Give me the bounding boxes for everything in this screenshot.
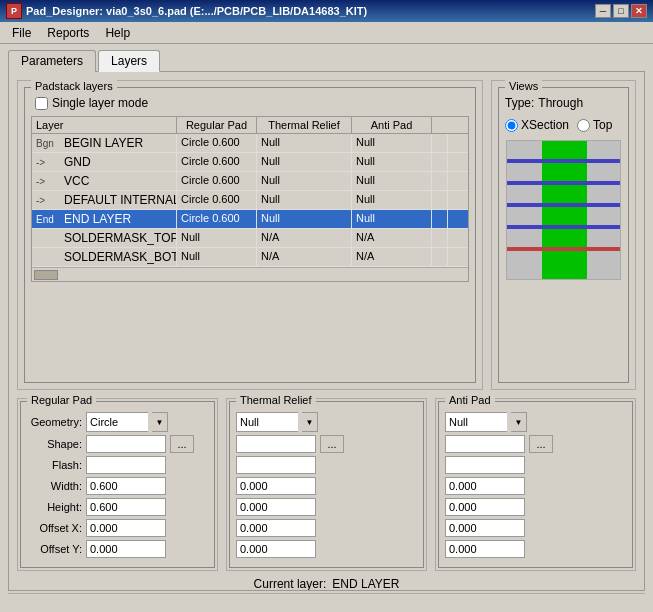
maximize-button[interactable]: □ bbox=[613, 4, 629, 18]
cell-scroll bbox=[432, 153, 448, 171]
top-label: Top bbox=[593, 118, 612, 132]
width-input[interactable] bbox=[86, 477, 166, 495]
menu-file[interactable]: File bbox=[4, 24, 39, 42]
height-input[interactable] bbox=[86, 498, 166, 516]
offsetx-input[interactable] bbox=[86, 519, 166, 537]
cell-anti-pad: N/A bbox=[352, 248, 432, 266]
cell-layer: BgnBEGIN LAYER bbox=[32, 134, 177, 152]
anti-pad-panel: Anti Pad ▼ ... bbox=[435, 398, 636, 571]
xs-line-top bbox=[507, 159, 621, 163]
single-layer-label: Single layer mode bbox=[52, 96, 148, 110]
anti-pad-title: Anti Pad bbox=[445, 394, 495, 406]
table-row[interactable]: SOLDERMASK_BOTTOM Null N/A N/A bbox=[32, 248, 468, 267]
col-thermal-relief: Thermal Relief bbox=[257, 117, 352, 133]
tr-shape-row: ... bbox=[236, 435, 417, 453]
shape-row: Shape: ... bbox=[27, 435, 208, 453]
radio-top[interactable]: Top bbox=[577, 118, 612, 132]
flash-row: Flash: bbox=[27, 456, 208, 474]
xsection-view bbox=[506, 140, 621, 280]
cell-layer: SOLDERMASK_TOP bbox=[32, 229, 177, 247]
close-button[interactable]: ✕ bbox=[631, 4, 647, 18]
minimize-button[interactable]: ─ bbox=[595, 4, 611, 18]
xs-line-2 bbox=[507, 181, 621, 185]
geometry-input[interactable] bbox=[86, 412, 148, 432]
tr-geometry-input[interactable] bbox=[236, 412, 298, 432]
views-radio-row: XSection Top bbox=[505, 118, 622, 132]
cell-layer: ->GND bbox=[32, 153, 177, 171]
cell-scroll bbox=[432, 229, 448, 247]
ap-geometry-input[interactable] bbox=[445, 412, 507, 432]
title-bar: P Pad_Designer: via0_3s0_6.pad (E:.../PC… bbox=[0, 0, 653, 22]
cell-regular-pad: Circle 0.600 bbox=[177, 210, 257, 228]
table-row[interactable]: EndEND LAYER Circle 0.600 Null Null bbox=[32, 210, 468, 229]
menu-reports[interactable]: Reports bbox=[39, 24, 97, 42]
width-row: Width: bbox=[27, 477, 208, 495]
ap-offsety-input[interactable] bbox=[445, 540, 525, 558]
cell-anti-pad: Null bbox=[352, 153, 432, 171]
ap-offsetx-input[interactable] bbox=[445, 519, 525, 537]
radio-xsection[interactable]: XSection bbox=[505, 118, 569, 132]
ap-geometry-row: ▼ bbox=[445, 412, 626, 432]
cell-regular-pad: Circle 0.600 bbox=[177, 191, 257, 209]
padstack-layers-title: Padstack layers bbox=[31, 80, 117, 92]
cell-anti-pad: Null bbox=[352, 134, 432, 152]
xs-line-bottom bbox=[507, 247, 621, 251]
ap-dots-button[interactable]: ... bbox=[529, 435, 553, 453]
menu-help[interactable]: Help bbox=[97, 24, 138, 42]
tr-flash-input[interactable] bbox=[236, 456, 316, 474]
table-header: Layer Regular Pad Thermal Relief Anti Pa… bbox=[32, 117, 468, 134]
single-layer-checkbox[interactable] bbox=[35, 97, 48, 110]
type-label: Type: bbox=[505, 96, 534, 110]
window-title: Pad_Designer: via0_3s0_6.pad (E:.../PCB/… bbox=[26, 5, 367, 17]
tr-geometry-dropdown[interactable]: ▼ bbox=[302, 412, 318, 432]
table-row[interactable]: ->GND Circle 0.600 Null Null bbox=[32, 153, 468, 172]
top-panels: Padstack layers Single layer mode Layer … bbox=[17, 80, 636, 390]
ap-geometry-dropdown[interactable]: ▼ bbox=[511, 412, 527, 432]
offsety-row: Offset Y: bbox=[27, 540, 208, 558]
shape-input[interactable] bbox=[86, 435, 166, 453]
col-anti-pad: Anti Pad bbox=[352, 117, 432, 133]
layers-table: Layer Regular Pad Thermal Relief Anti Pa… bbox=[31, 116, 469, 282]
col-scroll bbox=[432, 117, 448, 133]
thermal-relief-panel: Thermal Relief ▼ ... bbox=[226, 398, 427, 571]
table-row[interactable]: ->VCC Circle 0.600 Null Null bbox=[32, 172, 468, 191]
cell-layer: EndEND LAYER bbox=[32, 210, 177, 228]
tr-offsetx-input[interactable] bbox=[236, 519, 316, 537]
table-body: BgnBEGIN LAYER Circle 0.600 Null Null ->… bbox=[32, 134, 468, 267]
cell-thermal: Null bbox=[257, 210, 352, 228]
ap-width-input[interactable] bbox=[445, 477, 525, 495]
tr-width-input[interactable] bbox=[236, 477, 316, 495]
tr-offsety-input[interactable] bbox=[236, 540, 316, 558]
ap-height-input[interactable] bbox=[445, 498, 525, 516]
tab-parameters[interactable]: Parameters bbox=[8, 50, 96, 72]
tr-shape-input[interactable] bbox=[236, 435, 316, 453]
top-radio[interactable] bbox=[577, 119, 590, 132]
cell-thermal: N/A bbox=[257, 248, 352, 266]
tr-height-row bbox=[236, 498, 417, 516]
table-row[interactable]: BgnBEGIN LAYER Circle 0.600 Null Null bbox=[32, 134, 468, 153]
ap-flash-input[interactable] bbox=[445, 456, 525, 474]
offsetx-label: Offset X: bbox=[27, 522, 82, 534]
shape-dots-button[interactable]: ... bbox=[170, 435, 194, 453]
tr-height-input[interactable] bbox=[236, 498, 316, 516]
cell-scroll bbox=[432, 134, 448, 152]
ap-shape-input[interactable] bbox=[445, 435, 525, 453]
cell-thermal: Null bbox=[257, 134, 352, 152]
cell-regular-pad: Null bbox=[177, 248, 257, 266]
horizontal-scrollbar[interactable] bbox=[32, 267, 468, 281]
ap-offsetx-row bbox=[445, 519, 626, 537]
offsety-input[interactable] bbox=[86, 540, 166, 558]
geometry-row: Geometry: ▼ bbox=[27, 412, 208, 432]
cell-scroll bbox=[432, 191, 448, 209]
xsection-radio[interactable] bbox=[505, 119, 518, 132]
tr-dots-button[interactable]: ... bbox=[320, 435, 344, 453]
scroll-thumb[interactable] bbox=[34, 270, 58, 280]
table-row[interactable]: SOLDERMASK_TOP Null N/A N/A bbox=[32, 229, 468, 248]
height-row: Height: bbox=[27, 498, 208, 516]
flash-input[interactable] bbox=[86, 456, 166, 474]
bottom-panels: Regular Pad Geometry: ▼ Shape: ... Flash… bbox=[17, 398, 636, 571]
tab-layers[interactable]: Layers bbox=[98, 50, 160, 72]
xs-line-4 bbox=[507, 225, 621, 229]
table-row[interactable]: ->DEFAULT INTERNAL Circle 0.600 Null Nul… bbox=[32, 191, 468, 210]
geometry-dropdown[interactable]: ▼ bbox=[152, 412, 168, 432]
